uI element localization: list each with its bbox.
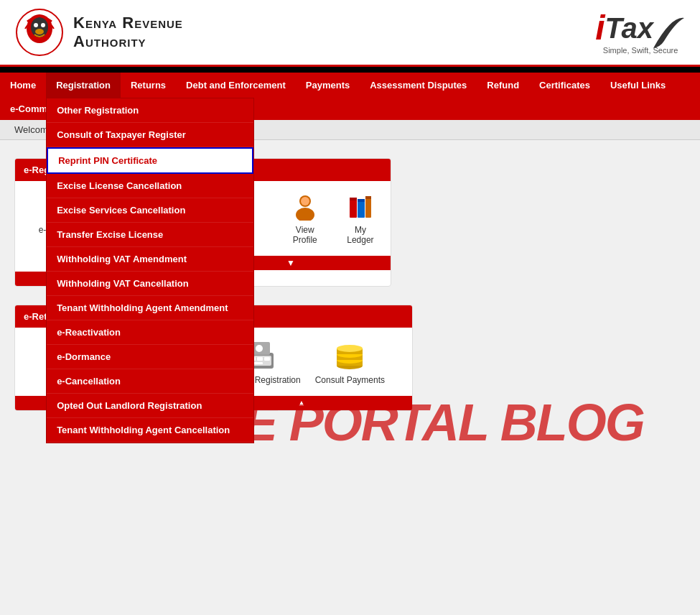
- svg-point-14: [296, 208, 314, 221]
- svg-rect-16: [350, 198, 357, 218]
- dropdown-e-reactivation[interactable]: e-Reactivation: [47, 320, 253, 345]
- svg-rect-20: [358, 199, 365, 202]
- kra-text: Kenya Revenue Authority: [73, 14, 183, 51]
- dropdown-other-registration[interactable]: Other Registration: [47, 98, 253, 123]
- dropdown-e-cancellation[interactable]: e-Cancellation: [47, 369, 253, 394]
- itax-logo: i Tax Simple, Swift, Secure: [595, 11, 686, 55]
- svg-rect-36: [264, 357, 270, 361]
- consult-payments-label: Consult Payments: [315, 375, 385, 385]
- itax-tax: Tax: [605, 14, 653, 42]
- nav-useful-links[interactable]: Useful Links: [600, 73, 676, 98]
- nav-home[interactable]: Home: [0, 73, 46, 98]
- dropdown-tenant-amendment[interactable]: Tenant Withholding Agent Amendment: [47, 296, 253, 320]
- itax-i: i: [595, 11, 605, 45]
- person-icon: [291, 192, 319, 221]
- nav-refund[interactable]: Refund: [477, 73, 529, 98]
- coins-icon: [332, 338, 368, 371]
- nav-registration-container: Registration Other Registration Consult …: [46, 73, 121, 98]
- view-profile-item[interactable]: View Profile: [284, 192, 327, 245]
- dropdown-e-dormance[interactable]: e-Dormance: [47, 345, 253, 369]
- main-nav: Home Registration Other Registration Con…: [0, 73, 700, 98]
- kra-name-line2: Authority: [73, 32, 183, 51]
- my-ledger-item[interactable]: My Ledger: [341, 192, 380, 245]
- svg-point-15: [301, 197, 309, 205]
- kra-lion-logo: [14, 7, 65, 57]
- e-payments-collapse-icon: ▲: [297, 398, 306, 408]
- dropdown-withholding-vat-cancel[interactable]: Withholding VAT Cancellation: [47, 272, 253, 296]
- dropdown-withholding-vat[interactable]: Withholding VAT Amendment: [47, 247, 253, 272]
- kra-logo-section: Kenya Revenue Authority: [14, 7, 183, 57]
- svg-rect-18: [365, 196, 371, 218]
- nav-payments[interactable]: Payments: [296, 73, 360, 98]
- my-ledger-label: My Ledger: [341, 225, 380, 245]
- registration-dropdown: Other Registration Consult of Taxpayer R…: [46, 98, 254, 443]
- nav-returns[interactable]: Returns: [121, 73, 176, 98]
- dropdown-reprint-pin[interactable]: Reprint PIN Certificate: [47, 147, 253, 174]
- my-profile-collapse-icon: ▼: [286, 258, 295, 268]
- dropdown-transfer-excise[interactable]: Transfer Excise License: [47, 223, 253, 247]
- nav-debt[interactable]: Debt and Enforcement: [176, 73, 296, 98]
- nav-assessment[interactable]: Assessment Disputes: [360, 73, 477, 98]
- view-profile-label: View Profile: [284, 225, 327, 245]
- svg-point-33: [256, 345, 263, 352]
- svg-rect-21: [365, 196, 371, 199]
- dropdown-tenant-cancellation[interactable]: Tenant Withholding Agent Cancellation: [47, 418, 253, 443]
- svg-point-4: [41, 23, 45, 27]
- svg-point-3: [34, 23, 38, 27]
- dropdown-excise-license[interactable]: Excise License Cancellation: [47, 174, 253, 198]
- itax-tagline: Simple, Swift, Secure: [603, 46, 678, 55]
- nav-certificates[interactable]: Certificates: [529, 73, 600, 98]
- dropdown-excise-services[interactable]: Excise Services Cancellation: [47, 198, 253, 223]
- black-bar: [0, 67, 700, 73]
- dropdown-opted-landlord[interactable]: Opted Out Landlord Registration: [47, 394, 253, 418]
- kra-name-line1: Kenya Revenue: [73, 14, 183, 32]
- svg-point-44: [337, 345, 363, 352]
- svg-point-5: [35, 29, 44, 34]
- consult-payments-item[interactable]: Consult Payments: [315, 338, 385, 385]
- header: Kenya Revenue Authority i Tax Simple, Sw…: [0, 0, 700, 67]
- books-icon: [346, 192, 375, 221]
- dropdown-consult-taxpayer[interactable]: Consult of Taxpayer Register: [47, 123, 253, 147]
- nav-registration[interactable]: Registration: [46, 73, 121, 98]
- svg-rect-19: [350, 198, 357, 200]
- svg-rect-35: [257, 357, 263, 361]
